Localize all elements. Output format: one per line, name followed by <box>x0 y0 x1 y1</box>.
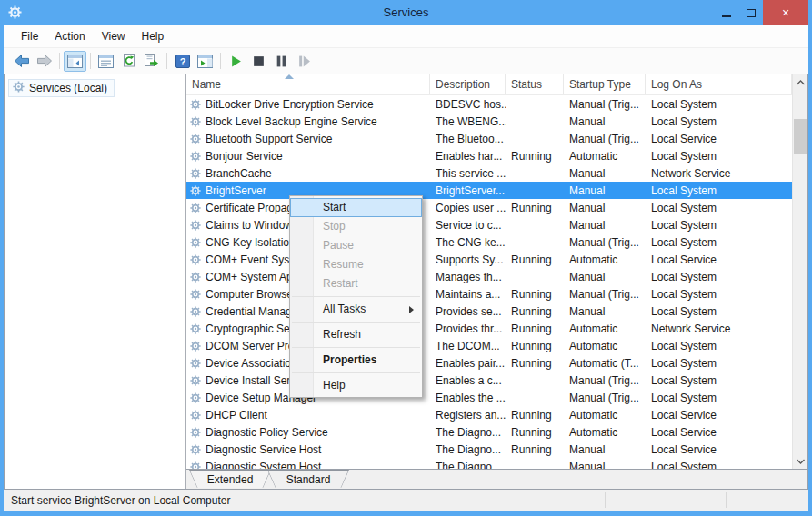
service-row-computer-browser[interactable]: Computer BrowserMaintains a...RunningMan… <box>186 285 792 303</box>
service-name: Diagnostic Policy Service <box>206 426 328 439</box>
minimize-icon <box>722 15 731 17</box>
service-gear-icon <box>190 254 201 265</box>
service-name: BrightServer <box>206 184 266 197</box>
help-icon: ? <box>175 55 190 68</box>
column-header-status[interactable]: Status <box>506 74 564 94</box>
service-row-cryptographic-services[interactable]: Cryptographic ServicesProvides thr...Run… <box>186 320 792 337</box>
cell-name: Bonjour Service <box>186 150 430 163</box>
context-menu-item-help[interactable]: Help <box>290 376 422 395</box>
cell-description: Provides thr... <box>430 322 506 335</box>
menu-view[interactable]: View <box>94 26 134 46</box>
service-gear-icon <box>190 220 201 231</box>
cell-log_on_as: Local System <box>646 219 792 232</box>
service-gear-icon <box>190 358 201 369</box>
status-bar: Start service BrightServer on Local Comp… <box>4 490 808 511</box>
toolbar: ? <box>4 48 808 74</box>
column-header-name[interactable]: Name <box>186 74 430 94</box>
cell-description: Enables the ... <box>430 392 506 404</box>
scroll-down-button[interactable] <box>793 453 807 469</box>
cell-startup_type: Manual <box>564 305 646 318</box>
service-name: CNG Key Isolation <box>206 236 296 249</box>
maximize-button[interactable] <box>738 0 763 25</box>
service-row-device-install-service[interactable]: Device Install ServiceEnables a c...Manu… <box>186 372 792 389</box>
tree-item-services-local[interactable]: Services (Local) <box>8 79 115 97</box>
service-row-dhcp-client[interactable]: DHCP ClientRegisters an...RunningAutomat… <box>186 406 792 423</box>
toolbar-separator <box>166 53 167 69</box>
cell-description: The DCOM... <box>430 340 506 352</box>
service-row-credential-manager[interactable]: Credential ManagerProvides se...RunningM… <box>186 303 792 320</box>
service-row-bonjour-service[interactable]: Bonjour ServiceEnables har...RunningAuto… <box>186 147 792 164</box>
context-menu-item-properties[interactable]: Properties <box>290 351 422 370</box>
service-row-certificate-propagation[interactable]: Certificate PropagationCopies user ...Ru… <box>186 199 792 216</box>
close-button[interactable]: × <box>763 0 808 25</box>
column-header-log_on_as[interactable]: Log On As <box>646 74 792 94</box>
service-row-cng-key-isolation[interactable]: CNG Key IsolationThe CNG ke...Manual (Tr… <box>186 233 792 251</box>
service-row-diagnostic-system-host[interactable]: Diagnostic System HostThe Diagno...Manua… <box>186 458 792 469</box>
scrollbar-thumb[interactable] <box>794 119 807 154</box>
back-button[interactable] <box>10 51 33 72</box>
cell-description: The CNG ke... <box>430 236 506 249</box>
cell-startup_type: Manual (Trig... <box>564 288 646 301</box>
context-menu-item-all-tasks[interactable]: All Tasks <box>290 300 422 319</box>
service-row-dcom-server-process-launcher[interactable]: DCOM Server Process LauncherThe DCOM...R… <box>186 337 792 354</box>
menu-help[interactable]: Help <box>134 26 173 46</box>
service-row-device-setup-manager[interactable]: Device Setup ManagerEnables the ...Manua… <box>186 389 792 406</box>
column-header-description[interactable]: Description <box>430 74 506 94</box>
restart-service-button[interactable] <box>293 51 316 72</box>
service-row-brightserver[interactable]: BrightServerBrightServer...ManualLocal S… <box>186 182 792 199</box>
scroll-up-button[interactable] <box>793 74 807 90</box>
cell-description: The WBENG... <box>430 115 506 128</box>
forward-button[interactable] <box>33 51 55 72</box>
service-row-com-system-application[interactable]: COM+ System ApplicationManages th...Manu… <box>186 268 792 285</box>
cell-startup_type: Manual <box>564 115 646 128</box>
play-icon <box>229 55 243 68</box>
cell-log_on_as: Network Service <box>646 322 792 335</box>
menu-action[interactable]: Action <box>46 26 93 46</box>
export-list-icon <box>144 54 159 68</box>
help-button[interactable]: ? <box>171 51 194 72</box>
cell-status: Running <box>506 305 564 318</box>
cell-log_on_as: Local System <box>646 340 792 352</box>
show-console-tree-button[interactable] <box>64 51 86 72</box>
refresh-button[interactable] <box>117 51 140 72</box>
service-row-device-association-service[interactable]: Device Association ServiceEnables pair..… <box>186 354 792 372</box>
service-name: Block Level Backup Engine Service <box>206 115 377 128</box>
export-list-button[interactable] <box>140 51 163 72</box>
service-row-diagnostic-policy-service[interactable]: Diagnostic Policy ServiceThe Diagno...Ru… <box>186 423 792 441</box>
titlebar[interactable]: Services × <box>0 0 812 25</box>
forward-arrow-icon <box>36 54 53 68</box>
tab-standard[interactable]: Standard <box>267 470 349 488</box>
service-gear-icon <box>190 185 201 196</box>
cell-log_on_as: Local System <box>646 98 792 111</box>
minimize-button[interactable] <box>714 0 738 25</box>
console-tree-icon <box>67 55 83 68</box>
menu-file[interactable]: File <box>13 26 46 46</box>
vertical-scrollbar[interactable] <box>792 74 807 469</box>
cell-startup_type: Manual <box>564 167 646 180</box>
service-row-branchcache[interactable]: BranchCacheThis service ...ManualNetwork… <box>186 164 792 182</box>
properties-button[interactable] <box>95 51 117 72</box>
cell-description: Enables har... <box>430 150 506 163</box>
cell-startup_type: Manual (Trig... <box>564 392 646 404</box>
service-row-bitlocker-drive-encryption-service[interactable]: BitLocker Drive Encryption ServiceBDESVC… <box>186 95 792 113</box>
service-row-block-level-backup-engine-service[interactable]: Block Level Backup Engine ServiceThe WBE… <box>186 113 792 130</box>
service-gear-icon <box>190 203 201 213</box>
column-header-startup_type[interactable]: Startup Type <box>564 74 646 94</box>
pause-service-button[interactable] <box>270 51 293 72</box>
service-row-claims-to-windows-token-service[interactable]: Claims to Windows Token ServiceService t… <box>186 216 792 233</box>
show-action-pane-button[interactable] <box>194 51 216 72</box>
service-row-com-event-system[interactable]: COM+ Event SystemSupports Sy...RunningAu… <box>186 251 792 268</box>
cell-description: Registers an... <box>430 409 506 422</box>
service-row-diagnostic-service-host[interactable]: Diagnostic Service HostThe Diagno...Runn… <box>186 441 792 458</box>
cell-log_on_as: Local Service <box>646 133 792 145</box>
context-menu-item-start[interactable]: Start <box>290 198 422 217</box>
cell-description: The Diagno... <box>430 443 506 456</box>
service-row-bluetooth-support-service[interactable]: Bluetooth Support ServiceThe Bluetoo...M… <box>186 130 792 147</box>
start-service-button[interactable] <box>225 51 247 72</box>
service-name: Bonjour Service <box>206 150 283 163</box>
service-gear-icon <box>190 168 201 179</box>
context-menu-item-refresh[interactable]: Refresh <box>290 325 422 344</box>
cell-startup_type: Automatic <box>564 340 646 352</box>
stop-service-button[interactable] <box>247 51 270 72</box>
tab-extended[interactable]: Extended <box>189 470 271 488</box>
